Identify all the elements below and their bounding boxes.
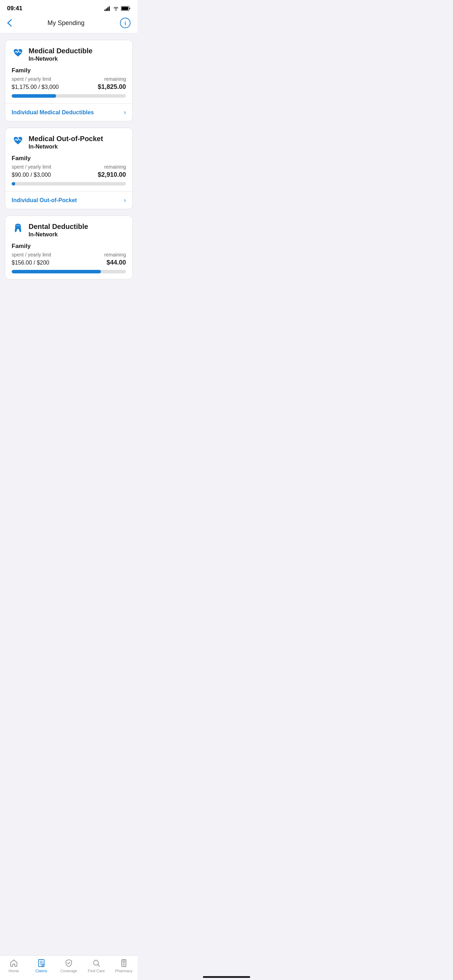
medical-deductible-card: Medical Deductible In-Network Family spe… — [5, 40, 133, 121]
spent-values-row: $1,175.00 / $3,000 $1,825.00 — [12, 83, 126, 91]
section-label: Family — [12, 155, 126, 162]
spent-row: spent / yearly limit remaining — [12, 76, 126, 82]
main-content: Medical Deductible In-Network Family spe… — [0, 33, 138, 324]
remaining-value: $1,825.00 — [98, 83, 126, 91]
individual-medical-deductibles-link[interactable]: Individual Medical Deductibles › — [5, 103, 132, 121]
card-title-group: Medical Deductible In-Network — [29, 46, 92, 62]
card-header: Dental Deductible In-Network — [12, 222, 126, 238]
remaining-value: $44.00 — [106, 259, 126, 266]
card-subtitle: In-Network — [29, 231, 88, 238]
individual-out-of-pocket-link[interactable]: Individual Out-of-Pocket › — [5, 191, 132, 209]
info-icon: i — [124, 20, 126, 26]
svg-point-4 — [115, 10, 116, 10]
card-subtitle: In-Network — [29, 143, 103, 150]
progress-bar-fill — [12, 182, 15, 186]
remaining-label: remaining — [105, 164, 126, 170]
footer-link-label: Individual Medical Deductibles — [12, 109, 94, 116]
medical-out-of-pocket-card: Medical Out-of-Pocket In-Network Family … — [5, 128, 133, 209]
remaining-value: $2,910.00 — [98, 171, 126, 178]
spent-label: spent / yearly limit — [12, 76, 51, 82]
svg-rect-2 — [107, 7, 108, 11]
spent-value: $156.00 / $200 — [12, 259, 49, 266]
heart-pulse-icon — [12, 46, 24, 59]
svg-rect-1 — [106, 8, 107, 11]
nav-header: My Spending i — [0, 14, 138, 33]
progress-bar — [12, 270, 126, 274]
card-title-group: Medical Out-of-Pocket In-Network — [29, 134, 103, 150]
card-header: Medical Deductible In-Network — [12, 46, 126, 62]
card-body: Dental Deductible In-Network Family spen… — [5, 216, 132, 279]
spent-label: spent / yearly limit — [12, 252, 51, 258]
page-title: My Spending — [47, 19, 84, 27]
progress-bar — [12, 182, 126, 186]
chevron-right-icon: › — [124, 196, 126, 204]
bottom-spacer — [5, 286, 133, 318]
status-icons — [105, 6, 130, 11]
progress-bar-fill — [12, 94, 56, 98]
chevron-right-icon: › — [124, 109, 126, 116]
spent-value: $90.00 / $3,000 — [12, 172, 51, 178]
svg-rect-3 — [109, 6, 110, 11]
spent-value: $1,175.00 / $3,000 — [12, 84, 59, 90]
progress-bar — [12, 94, 126, 98]
remaining-label: remaining — [105, 252, 126, 258]
back-button[interactable] — [7, 19, 12, 27]
tooth-icon — [12, 222, 24, 235]
svg-rect-6 — [122, 7, 129, 10]
signal-icon — [105, 6, 111, 11]
footer-link-label: Individual Out-of-Pocket — [12, 197, 77, 204]
card-title: Dental Deductible — [29, 222, 88, 231]
progress-bar-fill — [12, 270, 101, 274]
card-body: Medical Deductible In-Network Family spe… — [5, 40, 132, 103]
section-label: Family — [12, 243, 126, 250]
spent-row: spent / yearly limit remaining — [12, 164, 126, 170]
spent-row: spent / yearly limit remaining — [12, 252, 126, 258]
status-time: 09:41 — [7, 5, 22, 12]
status-bar: 09:41 — [0, 0, 138, 14]
card-body: Medical Out-of-Pocket In-Network Family … — [5, 128, 132, 191]
spent-label: spent / yearly limit — [12, 164, 51, 170]
info-button[interactable]: i — [120, 18, 130, 28]
card-title: Medical Out-of-Pocket — [29, 134, 103, 143]
svg-rect-0 — [105, 10, 105, 11]
spent-values-row: $156.00 / $200 $44.00 — [12, 259, 126, 266]
card-title: Medical Deductible — [29, 46, 92, 55]
card-subtitle: In-Network — [29, 56, 92, 62]
heart-pulse-icon — [12, 134, 24, 147]
remaining-label: remaining — [105, 76, 126, 82]
card-title-group: Dental Deductible In-Network — [29, 222, 88, 238]
wifi-icon — [113, 6, 119, 11]
battery-icon — [121, 6, 130, 11]
spent-values-row: $90.00 / $3,000 $2,910.00 — [12, 171, 126, 178]
section-label: Family — [12, 67, 126, 74]
card-header: Medical Out-of-Pocket In-Network — [12, 134, 126, 150]
dental-deductible-card: Dental Deductible In-Network Family spen… — [5, 216, 133, 279]
